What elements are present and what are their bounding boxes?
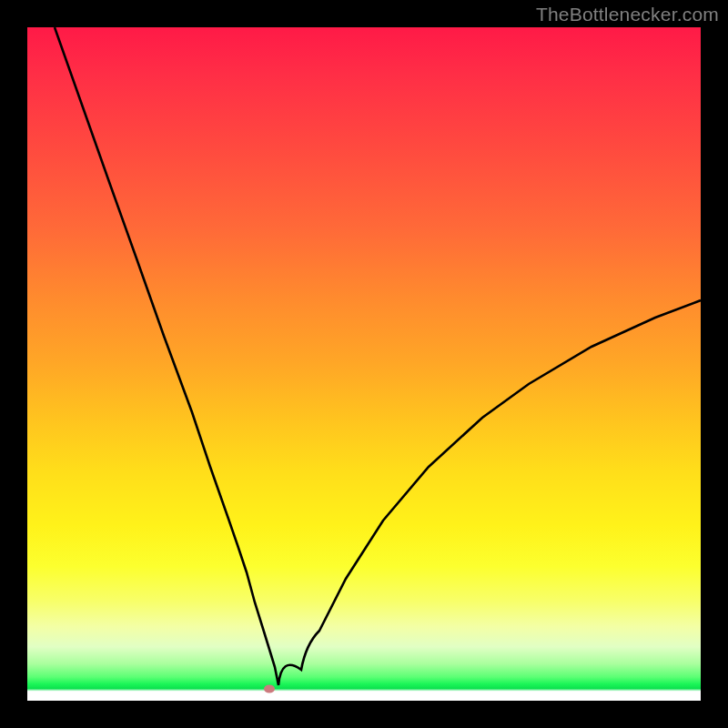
curve-path bbox=[55, 27, 701, 685]
plot-area bbox=[27, 27, 701, 701]
optimal-point-marker bbox=[264, 685, 275, 693]
watermark-text: TheBottlenecker.com bbox=[536, 4, 719, 25]
bottleneck-curve bbox=[27, 27, 701, 701]
outer-frame: TheBottlenecker.com bbox=[0, 0, 728, 728]
